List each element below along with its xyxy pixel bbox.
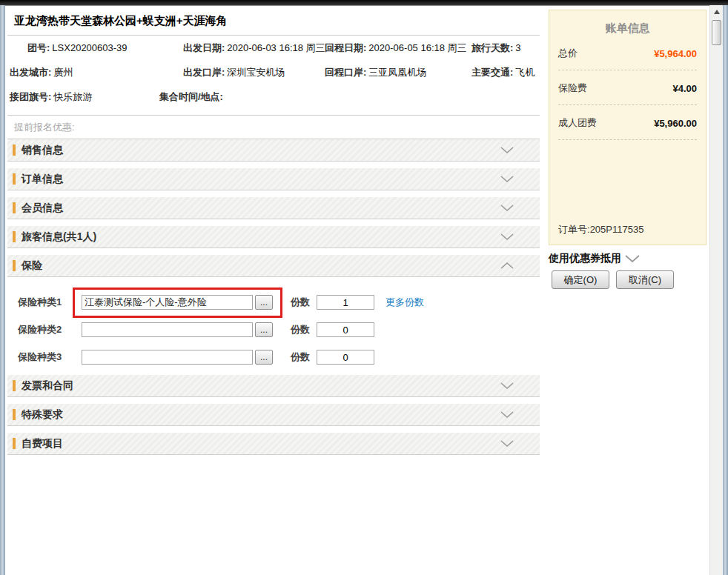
scrollbar-thumb[interactable] [712,20,721,45]
section-label: 特殊要求 [21,408,63,422]
ok-button[interactable]: 确定(O) [552,270,609,289]
section-passenger-info[interactable]: 旅客信息(共1人) [7,226,540,248]
insurance-type2-label: 保险种类2 [18,323,82,336]
insurance-fee-value: ¥4.00 [672,83,697,94]
insurance-row-3: 保险种类3 ... 份数 [7,348,540,366]
chevron-down-icon [500,202,514,215]
departure-date-value: 2020-06-03 16:18 周三 [227,41,325,55]
quantity-label: 份数 [291,296,310,309]
order-number-value: 205P117535 [590,224,644,235]
orange-accent-bar [13,202,16,213]
bill-panel-spacer [558,140,697,223]
vertical-scrollbar[interactable] [709,5,723,575]
chevron-down-icon [500,379,514,393]
action-buttons: 确定(O) 取消(C) [552,270,681,289]
chevron-down-icon [500,173,514,186]
adult-group-fee-value: ¥5,960.00 [654,118,697,129]
departure-date-field: 出发日期: 2020-06-03 16:18 周三 [183,41,325,55]
total-price-label: 总价 [558,47,578,60]
insurance-type3-quantity-input[interactable] [317,350,374,365]
chevron-down-icon [500,144,514,157]
total-price-value: ¥5,964.00 [654,48,697,59]
insurance-type3-label: 保险种类3 [18,350,82,364]
insurance-type3-browse-button[interactable]: ... [255,350,273,365]
group-number-value: LSX20200603-39 [52,42,127,53]
insurance-type3-input[interactable] [82,350,253,365]
trip-info-row: 接团旗号: 快乐旅游 集合时间/地点: [7,84,540,109]
return-date-label: 回程日期: [325,41,366,55]
section-insurance[interactable]: 保险 [7,255,540,277]
group-number-label: 团号: [27,41,50,55]
insurance-type1-browse-button[interactable]: ... [255,295,273,310]
window-top-edge [0,0,728,5]
order-number-label: 订单号: [558,224,590,235]
bill-adult-fee-row: 成人团费 ¥5,960.00 [558,116,697,130]
departure-date-label: 出发日期: [183,41,225,55]
chevron-down-icon [624,254,641,263]
departure-city-label: 出发城市: [10,66,51,79]
orange-accent-bar [13,260,16,271]
use-coupon-toggle[interactable]: 使用优惠券抵用 [549,252,641,265]
bill-insurance-fee-row: 保险费 ¥4.00 [558,82,697,95]
return-port-field: 回程口岸: 三亚凤凰机场 [325,66,471,79]
insurance-type2-input[interactable] [82,322,253,337]
return-port-label: 回程口岸: [325,66,366,79]
insurance-row-1: 保险种类1 ... 份数 更多份数 [7,293,540,311]
orange-accent-bar [13,144,16,156]
insurance-type2-browse-button[interactable]: ... [255,322,273,337]
insurance-fee-label: 保险费 [558,82,587,95]
trip-days-field: 旅行天数: 3 [471,41,521,55]
orange-accent-bar [13,438,16,449]
early-signup-discount-label: 提前报名优惠: [7,116,540,139]
insurance-section-body: 保险种类1 ... 份数 更多份数 保险种类2 ... 份数 [7,284,540,375]
trip-days-label: 旅行天数: [471,41,513,55]
chevron-down-icon [500,230,514,244]
trip-info-row: 出发城市: 廣州 出发口岸: 深圳宝安机场 回程口岸: 三亚凤凰机场 主要交通:… [7,60,540,84]
section-label: 销售信息 [21,144,63,157]
bill-total-row: 总价 ¥5,964.00 [558,47,697,60]
chevron-up-icon [500,259,514,273]
insurance-type1-input[interactable] [82,295,253,310]
main-transport-label: 主要交通: [471,66,513,79]
quantity-label: 份数 [291,350,310,364]
meeting-time-field: 集合时间/地点: [159,90,225,104]
group-flag-field: 接团旗号: 快乐旅游 [7,90,159,104]
section-invoice-contract[interactable]: 发票和合同 [7,375,540,397]
section-label: 会员信息 [21,202,63,215]
section-order-info[interactable]: 订单信息 [7,168,540,190]
main-column: 亚龙湾热带天堂森林公园+蜈支洲+天涯海角 团号: LSX20200603-39 … [7,6,540,462]
section-label: 订单信息 [21,173,63,186]
section-label: 旅客信息(共1人) [21,230,96,244]
orange-accent-bar [13,409,16,420]
quantity-label: 份数 [291,323,310,336]
window-right-border [723,5,728,575]
chevron-down-icon [500,437,514,451]
section-optional-items[interactable]: 自费项目 [7,433,540,455]
main-transport-field: 主要交通: 飞机 [471,66,535,79]
chevron-down-icon [500,408,514,422]
window-left-border [0,5,5,575]
insurance-type1-quantity-input[interactable] [317,295,374,310]
section-member-info[interactable]: 会员信息 [7,197,540,219]
section-sales-info[interactable]: 销售信息 [7,139,540,162]
departure-port-field: 出发口岸: 深圳宝安机场 [183,66,325,79]
page-title: 亚龙湾热带天堂森林公园+蜈支洲+天涯海角 [14,14,540,28]
insurance-type2-quantity-input[interactable] [317,322,374,337]
insurance-type1-label: 保险种类1 [18,296,82,309]
more-quantity-link[interactable]: 更多份数 [385,296,424,309]
scroll-up-arrow-icon[interactable] [710,5,723,19]
return-date-value: 2020-06-05 16:18 周三 [368,41,466,55]
cancel-button[interactable]: 取消(C) [616,270,674,289]
adult-group-fee-label: 成人团费 [558,116,597,130]
main-transport-value: 飞机 [515,66,535,79]
trip-days-value: 3 [515,42,520,53]
section-special-requests[interactable]: 特殊要求 [7,404,540,426]
order-form-content: 亚龙湾热带天堂森林公园+蜈支洲+天涯海角 团号: LSX20200603-39 … [5,5,709,575]
section-label: 自费项目 [21,437,63,451]
bill-info-panel: 账单信息 总价 ¥5,964.00 保险费 ¥4.00 成人团费 ¥5,960.… [549,10,707,245]
return-port-value: 三亚凤凰机场 [368,66,426,79]
meeting-time-label: 集合时间/地点: [159,90,223,104]
section-label: 保险 [21,259,42,273]
use-coupon-label: 使用优惠券抵用 [549,252,621,265]
insurance-row-2: 保险种类2 ... 份数 [7,321,540,339]
